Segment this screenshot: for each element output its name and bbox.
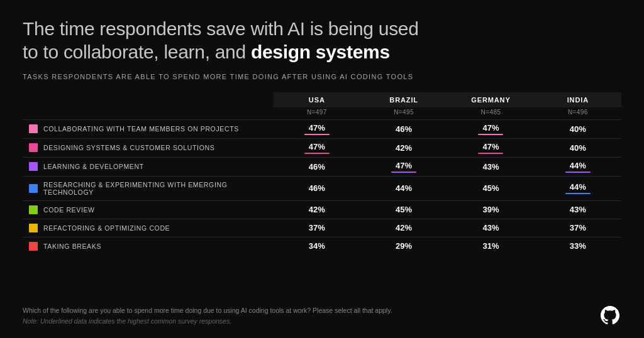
underline-2-1 bbox=[391, 172, 416, 173]
cell-0-1: 46% bbox=[360, 119, 447, 138]
underline-1-0 bbox=[304, 153, 330, 154]
table-row: TAKING BREAKS34%29%31%33% bbox=[23, 237, 621, 255]
cell-2-2: 43% bbox=[447, 157, 534, 176]
row-color-6 bbox=[29, 242, 38, 251]
footer-text: Which of the following are you able to s… bbox=[23, 306, 392, 327]
table-row: COLLABORATING WITH TEAM MEMBERS ON PROJE… bbox=[23, 119, 621, 138]
table-row: DESIGNING SYSTEMS & CUSTOMER SOLUTIONS47… bbox=[23, 138, 621, 157]
table-subheader-row: N=497 N=495 N=485 N=496 bbox=[23, 107, 621, 120]
table-row: REFACTORING & OPTIMIZING CODE37%42%43%37… bbox=[23, 219, 621, 237]
cell-4-1: 45% bbox=[360, 200, 447, 219]
cell-value-6-2: 31% bbox=[482, 241, 499, 251]
cell-value-4-0: 42% bbox=[309, 205, 325, 214]
cell-4-3: 43% bbox=[535, 200, 621, 219]
row-color-1 bbox=[29, 143, 38, 152]
cell-1-1: 42% bbox=[360, 138, 447, 157]
cell-value-5-1: 42% bbox=[396, 223, 412, 232]
row-label-0: COLLABORATING WITH TEAM MEMBERS ON PROJE… bbox=[23, 119, 274, 138]
row-label-6: TAKING BREAKS bbox=[23, 237, 274, 255]
cell-6-2: 31% bbox=[447, 237, 534, 255]
underline-0-2 bbox=[478, 134, 503, 135]
cell-value-5-3: 37% bbox=[570, 223, 586, 232]
row-color-5 bbox=[29, 224, 38, 232]
footer: Which of the following are you able to s… bbox=[23, 304, 621, 327]
headline-text2: to to collaborate, learn, and bbox=[23, 41, 251, 62]
underline-2-3 bbox=[565, 172, 591, 173]
row-color-2 bbox=[29, 162, 38, 171]
cell-5-1: 42% bbox=[360, 219, 447, 237]
n-usa: N=497 bbox=[274, 107, 360, 120]
cell-value-0-2: 47% bbox=[482, 123, 499, 133]
row-color-3 bbox=[29, 184, 38, 193]
row-color-4 bbox=[29, 205, 38, 214]
row-text-4: CODE REVIEW bbox=[43, 206, 95, 214]
underline-1-2 bbox=[478, 153, 503, 154]
n-india: N=496 bbox=[535, 107, 621, 120]
cell-3-0: 46% bbox=[274, 176, 360, 200]
row-text-6: TAKING BREAKS bbox=[43, 243, 101, 250]
cell-4-2: 39% bbox=[447, 200, 534, 219]
row-label-5: REFACTORING & OPTIMIZING CODE bbox=[23, 219, 274, 237]
cell-0-2: 47% bbox=[447, 119, 534, 138]
cell-1-2: 47% bbox=[447, 138, 534, 157]
n-label-empty bbox=[23, 107, 274, 120]
main-container: The time respondents save with AI is bei… bbox=[0, 0, 644, 338]
row-text-5: REFACTORING & OPTIMIZING CODE bbox=[43, 224, 170, 232]
table-row: RESEARCHING & EXPERIMENTING WITH EMERGIN… bbox=[23, 176, 621, 200]
col-usa: USA bbox=[274, 92, 360, 107]
cell-value-1-0: 47% bbox=[309, 142, 325, 151]
cell-value-6-0: 34% bbox=[309, 241, 325, 251]
cell-1-0: 47% bbox=[274, 138, 360, 157]
n-germany: N=485 bbox=[447, 107, 534, 120]
underline-0-0 bbox=[304, 134, 330, 135]
label-header bbox=[23, 92, 274, 107]
headline-text1: The time respondents save with AI is bei… bbox=[23, 18, 419, 39]
cell-5-0: 37% bbox=[274, 219, 360, 237]
row-text-2: LEARNING & DEVELOPMENT bbox=[43, 163, 144, 170]
github-logo-icon bbox=[599, 304, 621, 327]
cell-5-3: 37% bbox=[535, 219, 621, 237]
cell-value-0-1: 46% bbox=[396, 124, 412, 134]
cell-6-1: 29% bbox=[360, 237, 447, 255]
headline: The time respondents save with AI is bei… bbox=[23, 18, 621, 63]
data-table: USA BRAZIL GERMANY INDIA N=497 N=495 N=4… bbox=[23, 92, 621, 256]
data-table-wrap: USA BRAZIL GERMANY INDIA N=497 N=495 N=4… bbox=[23, 92, 621, 298]
cell-value-4-3: 43% bbox=[570, 205, 586, 214]
subtitle: TASKS RESPONDENTS ARE ABLE TO SPEND MORE… bbox=[23, 72, 621, 82]
cell-2-1: 47% bbox=[360, 157, 447, 176]
cell-value-6-3: 33% bbox=[570, 241, 586, 251]
cell-value-1-3: 40% bbox=[570, 143, 586, 153]
cell-value-2-2: 43% bbox=[482, 162, 499, 172]
cell-4-0: 42% bbox=[274, 200, 360, 219]
cell-value-2-0: 46% bbox=[309, 162, 325, 172]
row-text-0: COLLABORATING WITH TEAM MEMBERS ON PROJE… bbox=[43, 125, 239, 133]
row-color-0 bbox=[29, 124, 38, 133]
cell-1-3: 40% bbox=[535, 138, 621, 157]
col-germany: GERMANY bbox=[447, 92, 534, 107]
row-label-4: CODE REVIEW bbox=[23, 200, 274, 219]
cell-value-2-1: 47% bbox=[396, 161, 412, 170]
row-label-1: DESIGNING SYSTEMS & CUSTOMER SOLUTIONS bbox=[23, 138, 274, 156]
row-label-2: LEARNING & DEVELOPMENT bbox=[23, 157, 274, 175]
footer-question: Which of the following are you able to s… bbox=[23, 307, 392, 314]
underline-3-3 bbox=[565, 193, 591, 194]
n-brazil: N=495 bbox=[360, 107, 447, 120]
col-brazil: BRAZIL bbox=[360, 92, 447, 107]
cell-value-0-3: 40% bbox=[570, 124, 586, 134]
cell-3-1: 44% bbox=[360, 176, 447, 200]
cell-value-4-1: 45% bbox=[396, 205, 412, 214]
cell-3-3: 44% bbox=[535, 176, 621, 200]
headline-bold: design systems bbox=[251, 41, 390, 62]
cell-value-3-3: 44% bbox=[570, 182, 586, 192]
cell-2-0: 46% bbox=[274, 157, 360, 176]
cell-value-6-1: 29% bbox=[396, 241, 412, 251]
cell-6-3: 33% bbox=[535, 237, 621, 255]
cell-3-2: 45% bbox=[447, 176, 534, 200]
cell-value-5-0: 37% bbox=[309, 223, 325, 232]
cell-value-5-2: 43% bbox=[482, 223, 499, 232]
cell-0-3: 40% bbox=[535, 119, 621, 138]
col-india: INDIA bbox=[535, 92, 621, 107]
cell-value-1-1: 42% bbox=[396, 143, 412, 153]
footer-note: Note: Underlined data indicates the high… bbox=[23, 317, 392, 327]
cell-value-3-1: 44% bbox=[396, 183, 412, 193]
